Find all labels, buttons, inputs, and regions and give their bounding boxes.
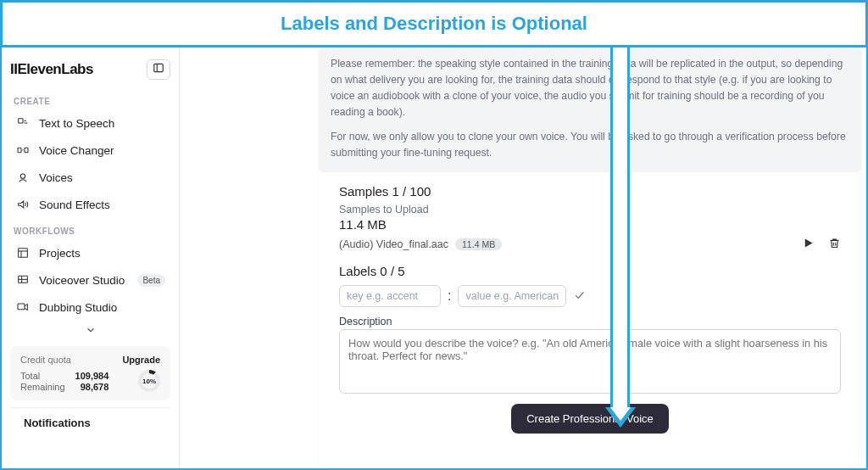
svg-rect-3 (18, 148, 21, 152)
sidebar-item-notifications[interactable]: Notifications (10, 407, 170, 431)
svg-rect-2 (19, 119, 23, 123)
colon: : (448, 288, 451, 304)
create-professional-voice-button[interactable]: Create Professional Voice (511, 404, 669, 434)
sidebar-item-label: Text to Speech (39, 117, 114, 130)
voices-icon (15, 170, 31, 185)
banner-title: Labels and Description is Optional (281, 13, 587, 35)
sidebar-item-tts[interactable]: Text to Speech (10, 109, 170, 137)
svg-rect-4 (25, 148, 28, 152)
credit-quota-box: Credit quota Upgrade Total 109,984 Remai… (10, 346, 170, 400)
annotation-arrow-head (610, 407, 631, 421)
quota-ring-value: 10% (142, 373, 157, 389)
projects-icon (15, 245, 31, 260)
sidebar-item-voice-changer[interactable]: Voice Changer (10, 137, 170, 164)
samples-heading: Samples 1 / 100 (339, 184, 841, 199)
voiceover-studio-icon (15, 272, 31, 288)
svg-marker-13 (805, 239, 813, 248)
description-textarea[interactable] (339, 329, 841, 394)
annotation-arrow (613, 48, 627, 409)
quota-ring: 10% (138, 370, 160, 392)
play-sample-button[interactable] (802, 237, 815, 252)
collapse-sidebar-button[interactable] (147, 59, 170, 80)
sidebar-item-label: Voice Changer (39, 144, 114, 157)
svg-rect-12 (18, 304, 25, 310)
sidebar-item-label: Voiceover Studio (39, 274, 125, 287)
info-paragraph: For now, we only allow you to clone your… (331, 129, 849, 161)
quota-total-value: 109,984 (75, 371, 109, 381)
label-value-input[interactable]: value e.g. American (458, 285, 566, 307)
sidebar-item-sound-effects[interactable]: Sound Effects (10, 191, 170, 218)
sample-file-row: (Audio) Video_final.aac 11.4 MB (339, 237, 841, 252)
delete-sample-button[interactable] (828, 237, 841, 252)
sample-file-size-pill: 11.4 MB (455, 238, 502, 250)
samples-upload-label: Samples to Upload (339, 204, 841, 215)
panel-icon (153, 62, 164, 77)
quota-remaining-value: 98,678 (75, 382, 109, 392)
quota-label: Credit quota (20, 355, 71, 365)
quota-total-label: Total (20, 371, 65, 381)
beta-badge: Beta (137, 274, 165, 287)
labels-heading: Labels 0 / 5 (339, 264, 841, 278)
upgrade-link[interactable]: Upgrade (122, 355, 160, 365)
sidebar-item-dubbing-studio[interactable]: Dubbing Studio (10, 294, 170, 321)
section-create: CREATE (14, 97, 167, 106)
notifications-label: Notifications (24, 417, 91, 429)
samples-total-size: 11.4 MB (339, 217, 841, 232)
section-workflows: WORKFLOWS (14, 227, 167, 236)
annotation-banner: Labels and Description is Optional (0, 0, 868, 48)
expand-more[interactable] (10, 321, 170, 339)
quota-remaining-label: Remaining (20, 382, 65, 392)
info-paragraph: Please remember: the speaking style cont… (331, 56, 849, 120)
sample-file-name: (Audio) Video_final.aac (339, 238, 448, 250)
confirm-label-button[interactable] (573, 288, 586, 305)
sidebar-item-label: Voices (39, 171, 73, 184)
label-key-input[interactable]: key e.g. accent (339, 285, 441, 307)
sidebar-item-label: Sound Effects (39, 199, 110, 211)
description-label: Description (339, 316, 841, 327)
sound-effects-icon (15, 197, 31, 212)
sidebar-item-voiceover-studio[interactable]: Voiceover Studio Beta (10, 266, 170, 294)
sidebar-item-label: Dubbing Studio (39, 301, 117, 314)
svg-rect-0 (154, 64, 164, 71)
info-note: Please remember: the speaking style cont… (319, 48, 861, 172)
voice-form-card: Please remember: the speaking style cont… (319, 48, 861, 465)
sidebar-item-label: Projects (39, 247, 81, 260)
voice-changer-icon (15, 143, 31, 158)
sidebar-item-voices[interactable]: Voices (10, 164, 170, 191)
brand-logo: IIElevenLabs (10, 61, 93, 78)
dubbing-studio-icon (15, 299, 31, 315)
sidebar: IIElevenLabs CREATE Text to Speech Voice… (2, 48, 180, 468)
svg-point-5 (20, 174, 25, 178)
sidebar-item-projects[interactable]: Projects (10, 239, 170, 266)
annotation-arrow (627, 29, 630, 411)
svg-rect-6 (19, 249, 28, 258)
annotation-arrow (610, 29, 613, 411)
main-canvas: Please remember: the speaking style cont… (180, 48, 866, 468)
tts-icon (15, 115, 31, 131)
